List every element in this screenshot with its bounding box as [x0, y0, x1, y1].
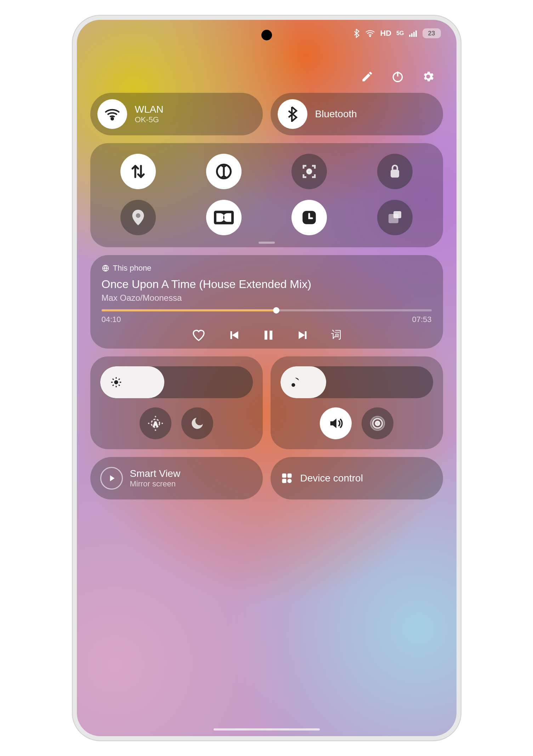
- bluetooth-icon: [278, 99, 307, 129]
- wifi-icon: [97, 99, 127, 129]
- quick-toggle-panel: [90, 143, 443, 247]
- svg-rect-38: [287, 474, 291, 478]
- hd-label: HD: [380, 29, 391, 38]
- sound-toggle[interactable]: [320, 407, 352, 439]
- svg-line-27: [119, 379, 120, 380]
- svg-point-9: [307, 169, 311, 174]
- device-icon: [102, 264, 109, 272]
- svg-point-7: [111, 118, 113, 120]
- pause-button[interactable]: [262, 328, 275, 342]
- svg-text:A: A: [153, 421, 158, 428]
- next-button[interactable]: [296, 328, 310, 342]
- svg-point-34: [375, 421, 380, 425]
- brightness-icon: [110, 376, 122, 388]
- header-actions: [90, 69, 443, 93]
- svg-line-24: [113, 379, 114, 380]
- svg-rect-3: [413, 32, 415, 37]
- screen: HD 5G 23 WLAN: [77, 20, 457, 736]
- device-control-title: Device control: [300, 473, 363, 484]
- svg-rect-10: [391, 170, 399, 177]
- settings-button[interactable]: [421, 69, 435, 84]
- brightness-panel: A: [90, 356, 263, 449]
- svg-line-25: [119, 385, 120, 386]
- front-camera: [261, 30, 272, 40]
- bluetooth-tile[interactable]: Bluetooth: [271, 93, 443, 135]
- svg-point-11: [136, 213, 141, 218]
- svg-rect-1: [409, 35, 410, 37]
- device-control-icon: [280, 472, 293, 485]
- mobile-data-toggle[interactable]: [120, 154, 156, 189]
- device-label: This phone: [113, 264, 152, 273]
- auto-brightness-toggle[interactable]: A: [140, 407, 171, 439]
- elapsed-time: 04:10: [102, 315, 121, 324]
- smart-view-subtitle: Mirror screen: [130, 479, 181, 489]
- smart-view-tile[interactable]: Smart View Mirror screen: [90, 457, 263, 500]
- svg-rect-17: [264, 331, 267, 339]
- location-toggle[interactable]: [120, 200, 156, 235]
- svg-point-19: [114, 380, 118, 384]
- svg-rect-40: [287, 479, 291, 483]
- screenshot-toggle[interactable]: [291, 154, 327, 189]
- network-label: 5G: [396, 30, 404, 36]
- svg-line-26: [113, 385, 114, 386]
- media-player-card[interactable]: This phone Once Upon A Time (House Exten…: [90, 255, 443, 349]
- status-bar: HD 5G 23: [353, 28, 441, 38]
- previous-button[interactable]: [227, 328, 240, 342]
- progress-slider[interactable]: [102, 309, 432, 311]
- volume-panel: [271, 356, 443, 449]
- svg-rect-15: [393, 211, 401, 218]
- bluetooth-status-icon: [353, 29, 360, 38]
- svg-rect-18: [270, 331, 272, 339]
- rotation-lock-toggle[interactable]: [377, 154, 413, 189]
- home-indicator[interactable]: [214, 728, 320, 730]
- volume-slider[interactable]: [280, 366, 433, 398]
- smart-view-icon: [100, 467, 123, 490]
- power-button[interactable]: [391, 69, 405, 84]
- track-title: Once Upon A Time (House Extended Mix): [102, 278, 432, 291]
- wifi-status-icon: [365, 29, 375, 37]
- vibrate-toggle[interactable]: [362, 407, 393, 439]
- floating-window-toggle[interactable]: [377, 200, 413, 235]
- favorite-button[interactable]: [192, 328, 206, 342]
- night-mode-toggle[interactable]: [181, 407, 213, 439]
- svg-rect-2: [411, 33, 413, 37]
- panel-drag-handle[interactable]: [259, 242, 275, 244]
- signal-icon: [409, 30, 418, 37]
- smart-view-title: Smart View: [130, 468, 181, 479]
- svg-point-0: [370, 36, 371, 37]
- bluetooth-title: Bluetooth: [315, 108, 357, 120]
- dolby-toggle[interactable]: [206, 200, 242, 235]
- svg-rect-4: [415, 30, 417, 37]
- total-time: 07:53: [412, 315, 431, 324]
- sync-toggle[interactable]: [206, 154, 242, 189]
- phone-frame: HD 5G 23 WLAN: [72, 15, 461, 741]
- lyrics-button[interactable]: 词: [331, 328, 342, 342]
- device-control-tile[interactable]: Device control: [271, 457, 443, 500]
- svg-rect-39: [282, 479, 286, 483]
- wlan-subtitle: OK-5G: [135, 115, 164, 124]
- brightness-slider[interactable]: [100, 366, 253, 398]
- wlan-title: WLAN: [135, 104, 164, 115]
- battery-indicator: 23: [423, 28, 441, 38]
- svg-rect-37: [282, 474, 286, 478]
- track-artist: Max Oazo/Moonessa: [102, 293, 432, 303]
- music-note-icon: [290, 376, 302, 389]
- clock-toggle[interactable]: [291, 200, 327, 235]
- edit-button[interactable]: [360, 69, 374, 84]
- wlan-tile[interactable]: WLAN OK-5G: [90, 93, 263, 135]
